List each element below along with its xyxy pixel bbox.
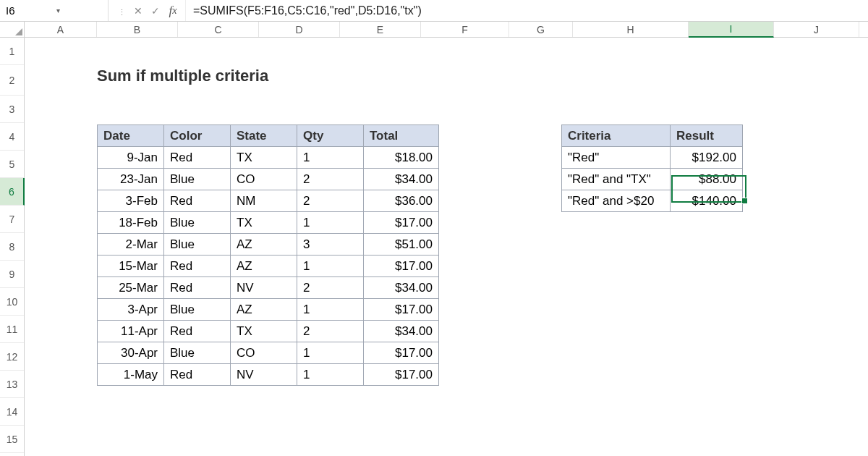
row-header-4[interactable]: 4 (0, 123, 24, 151)
table-row[interactable]: 23-JanBlueCO2$34.00 (98, 169, 439, 190)
row-header-9[interactable]: 9 (0, 261, 24, 288)
column-header-D[interactable]: D (259, 22, 340, 37)
cell[interactable]: $17.00 (364, 364, 439, 386)
cell[interactable]: 1 (297, 212, 364, 234)
cell[interactable]: Blue (164, 342, 231, 364)
cell[interactable]: 1 (297, 147, 364, 169)
column-header-C[interactable]: C (178, 22, 259, 37)
select-all-corner[interactable] (0, 22, 25, 37)
row-header-6[interactable]: 6 (0, 178, 25, 206)
main-table-header[interactable]: Color (164, 125, 231, 147)
cell[interactable]: 9-Jan (98, 147, 164, 169)
cell[interactable]: Blue (164, 234, 231, 256)
confirm-icon[interactable]: ✓ (148, 3, 163, 19)
cell[interactable]: 11-Apr (98, 321, 164, 342)
row-header-11[interactable]: 11 (0, 316, 24, 343)
row-header-10[interactable]: 10 (0, 288, 24, 316)
cell[interactable]: 3 (297, 234, 364, 256)
cell[interactable]: 2 (297, 277, 364, 299)
cell[interactable]: Red (164, 190, 231, 212)
main-table-header[interactable]: Date (98, 125, 164, 147)
cell[interactable]: 23-Jan (98, 169, 164, 190)
row-header-2[interactable]: 2 (0, 65, 24, 96)
criteria-table-header[interactable]: Result (671, 125, 743, 147)
main-table-header[interactable]: Qty (297, 125, 364, 147)
column-header-J[interactable]: J (774, 22, 859, 37)
table-row[interactable]: 9-JanRedTX1$18.00 (98, 147, 439, 169)
cell[interactable]: 2 (297, 321, 364, 342)
cell[interactable]: Blue (164, 299, 231, 321)
table-row[interactable]: 1-MayRedNV1$17.00 (98, 364, 439, 386)
cell[interactable]: TX (231, 212, 297, 234)
cell[interactable]: $34.00 (364, 169, 439, 190)
sheet-area[interactable]: Sum if multiple criteria DateColorStateQ… (25, 38, 868, 456)
row-header-14[interactable]: 14 (0, 398, 24, 426)
column-header-E[interactable]: E (340, 22, 421, 37)
cell[interactable]: 2 (297, 169, 364, 190)
column-header-F[interactable]: F (421, 22, 509, 37)
cell[interactable]: 30-Apr (98, 342, 164, 364)
cell[interactable]: 25-Mar (98, 277, 164, 299)
table-row[interactable]: "Red" and >$20$140.00 (562, 190, 743, 212)
cell[interactable]: $192.00 (671, 147, 743, 169)
column-header-A[interactable]: A (25, 22, 97, 37)
cell[interactable]: Red (164, 321, 231, 342)
row-header-12[interactable]: 12 (0, 343, 24, 371)
cell[interactable]: 18-Feb (98, 212, 164, 234)
formula-input[interactable]: =SUMIFS(F5:F16,C5:C16,"red",D5:D16,"tx") (186, 0, 868, 21)
table-row[interactable]: 3-FebRedNM2$36.00 (98, 190, 439, 212)
cell[interactable]: 2-Mar (98, 234, 164, 256)
main-table-header[interactable]: Total (364, 125, 439, 147)
cell[interactable]: $17.00 (364, 299, 439, 321)
column-header-I[interactable]: I (689, 22, 774, 38)
cell[interactable]: Blue (164, 169, 231, 190)
fx-icon[interactable]: fx (165, 3, 181, 19)
row-header-5[interactable]: 5 (0, 151, 24, 178)
table-row[interactable]: 3-AprBlueAZ1$17.00 (98, 299, 439, 321)
criteria-table-header[interactable]: Criteria (562, 125, 671, 147)
row-header-3[interactable]: 3 (0, 96, 24, 123)
spreadsheet-grid[interactable]: 123456789101112131415 Sum if multiple cr… (0, 38, 868, 456)
table-row[interactable]: 15-MarRedAZ1$17.00 (98, 256, 439, 277)
row-header-13[interactable]: 13 (0, 371, 24, 398)
table-row[interactable]: "Red" and "TX"$88.00 (562, 169, 743, 190)
cell[interactable]: AZ (231, 234, 297, 256)
cell[interactable]: $36.00 (364, 190, 439, 212)
name-box[interactable]: I6 ▾ (0, 0, 109, 21)
cell[interactable]: $34.00 (364, 321, 439, 342)
cell[interactable]: 3-Feb (98, 190, 164, 212)
table-row[interactable]: 18-FebBlueTX1$17.00 (98, 212, 439, 234)
cell[interactable]: TX (231, 321, 297, 342)
cell[interactable]: $140.00 (671, 190, 743, 212)
cell[interactable]: Red (164, 147, 231, 169)
cell[interactable]: $17.00 (364, 342, 439, 364)
cell[interactable]: 1-May (98, 364, 164, 386)
cell[interactable]: 1 (297, 256, 364, 277)
cell[interactable]: "Red" and "TX" (562, 169, 671, 190)
table-row[interactable]: 2-MarBlueAZ3$51.00 (98, 234, 439, 256)
cell[interactable]: $34.00 (364, 277, 439, 299)
cell[interactable]: $88.00 (671, 169, 743, 190)
cell[interactable]: 15-Mar (98, 256, 164, 277)
cell[interactable]: NM (231, 190, 297, 212)
cell[interactable]: TX (231, 147, 297, 169)
column-header-H[interactable]: H (573, 22, 689, 37)
cell[interactable]: CO (231, 342, 297, 364)
cell[interactable]: $17.00 (364, 256, 439, 277)
cancel-icon[interactable]: ✕ (130, 3, 146, 19)
cell[interactable]: "Red" and >$20 (562, 190, 671, 212)
row-header-8[interactable]: 8 (0, 233, 24, 261)
cell[interactable]: 1 (297, 364, 364, 386)
table-row[interactable]: 11-AprRedTX2$34.00 (98, 321, 439, 342)
row-header-15[interactable]: 15 (0, 426, 24, 453)
column-header-B[interactable]: B (97, 22, 178, 37)
table-row[interactable]: "Red"$192.00 (562, 147, 743, 169)
cell[interactable]: 3-Apr (98, 299, 164, 321)
cell[interactable]: $51.00 (364, 234, 439, 256)
row-header-1[interactable]: 1 (0, 38, 24, 65)
row-header-7[interactable]: 7 (0, 206, 24, 233)
cell[interactable]: 2 (297, 190, 364, 212)
cell[interactable]: "Red" (562, 147, 671, 169)
cell[interactable]: Red (164, 277, 231, 299)
cell[interactable]: CO (231, 169, 297, 190)
